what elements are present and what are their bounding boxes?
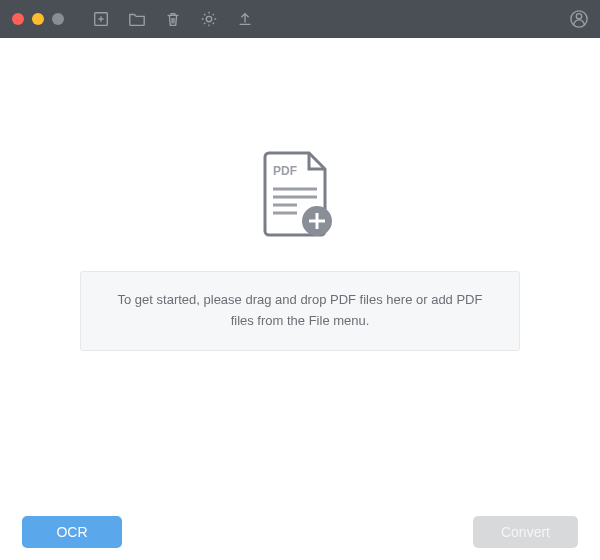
- convert-button[interactable]: Convert: [473, 516, 578, 548]
- trash-icon[interactable]: [164, 10, 182, 28]
- add-file-icon[interactable]: [92, 10, 110, 28]
- maximize-window-button[interactable]: [52, 13, 64, 25]
- svg-point-6: [576, 14, 581, 19]
- window-controls: [12, 13, 64, 25]
- titlebar: [0, 0, 600, 38]
- user-icon[interactable]: [570, 10, 588, 28]
- gear-icon[interactable]: [200, 10, 218, 28]
- titlebar-left: [12, 10, 254, 28]
- pdf-file-icon: PDF: [261, 151, 339, 247]
- svg-point-5: [206, 16, 211, 21]
- drop-hint-text: To get started, please drag and drop PDF…: [118, 292, 483, 328]
- toolbar: [92, 10, 254, 28]
- minimize-window-button[interactable]: [32, 13, 44, 25]
- pdf-label: PDF: [273, 164, 297, 178]
- folder-icon[interactable]: [128, 10, 146, 28]
- footer: OCR Convert: [0, 504, 600, 560]
- ocr-button[interactable]: OCR: [22, 516, 122, 548]
- close-window-button[interactable]: [12, 13, 24, 25]
- drop-hint-box: To get started, please drag and drop PDF…: [80, 271, 520, 351]
- main-drop-area[interactable]: PDF To get started, please drag and drop…: [0, 38, 600, 504]
- upload-icon[interactable]: [236, 10, 254, 28]
